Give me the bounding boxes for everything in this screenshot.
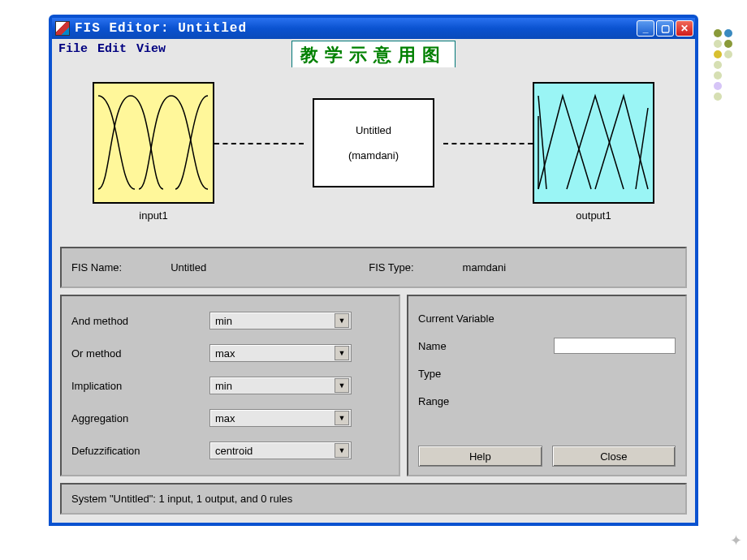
app-icon [55,21,70,36]
or-method-value: max [215,347,235,360]
var-type-label: Type [418,368,499,380]
current-variable-header: Current Variable [418,312,494,325]
var-name-input[interactable] [554,338,676,354]
or-method-label: Or method [71,347,209,360]
implication-value: min [215,380,232,392]
input-mf-icon [94,84,213,202]
aggregation-select[interactable]: max ▼ [209,409,352,427]
connector-right [443,143,533,144]
aggregation-value: max [215,412,235,424]
decorative-dots [714,29,732,101]
chevron-down-icon: ▼ [335,411,349,425]
and-method-label: And method [71,315,209,327]
close-button[interactable]: Close [552,446,676,467]
rule-name: Untitled [356,124,391,136]
app-window: FIS Editor: Untitled _ ▢ ✕ File Edit Vie… [49,15,698,526]
window-close-button[interactable]: ✕ [676,20,693,37]
maximize-button[interactable]: ▢ [656,20,674,37]
rule-type: (mamdani) [348,149,399,162]
window-title: FIS Editor: Untitled [75,21,637,36]
window-controls: _ ▢ ✕ [637,20,693,37]
connector-left [214,143,304,144]
help-button[interactable]: Help [418,446,542,467]
status-bar: System "Untitled": 1 input, 1 output, an… [60,483,687,515]
chevron-down-icon: ▼ [335,313,349,328]
menu-view[interactable]: View [136,42,166,56]
output-label: output1 [533,209,654,222]
status-text: System "Untitled": 1 input, 1 output, an… [71,493,292,505]
aggregation-label: Aggregation [71,412,209,424]
and-method-select[interactable]: min ▼ [209,312,352,330]
overlay-caption: 教学示意用图 [291,41,456,70]
var-range-label: Range [418,395,499,407]
fis-type-value: mamdani [463,261,506,274]
defuzzification-select[interactable]: centroid ▼ [209,442,352,459]
fis-diagram-canvas: input1 Untitled (mamdani) output1 [60,67,687,242]
fis-info-panel: FIS Name: Untitled FIS Type: mamdani [60,247,687,288]
chevron-down-icon: ▼ [335,443,349,458]
chevron-down-icon: ▼ [335,346,349,360]
menubar: File Edit View 教学示意用图 [52,39,695,59]
defuzzification-label: Defuzzification [71,445,209,457]
methods-panel: And method min ▼ Or method max ▼ Implica… [60,295,400,476]
menu-edit[interactable]: Edit [97,42,127,56]
minimize-button[interactable]: _ [637,20,654,37]
rule-box[interactable]: Untitled (mamdani) [313,98,434,187]
output-variable-box[interactable] [533,82,654,204]
menu-file[interactable]: File [58,42,88,56]
output-mf-icon [534,84,653,202]
fis-name-value: Untitled [171,261,206,274]
chevron-down-icon: ▼ [335,378,349,393]
resize-arrow-icon: ✦ [730,532,742,549]
defuzzification-value: centroid [215,445,253,457]
implication-select[interactable]: min ▼ [209,377,352,394]
input-label: input1 [93,209,214,222]
or-method-select[interactable]: max ▼ [209,344,352,362]
current-variable-panel: Current Variable Name Type Range Help Cl… [407,295,687,476]
fis-type-label: FIS Type: [369,261,413,274]
input-variable-box[interactable] [93,82,214,204]
and-method-value: min [215,315,232,327]
titlebar[interactable]: FIS Editor: Untitled _ ▢ ✕ [52,18,695,39]
var-name-label: Name [418,340,499,352]
fis-name-label: FIS Name: [71,261,122,274]
implication-label: Implication [71,380,209,392]
